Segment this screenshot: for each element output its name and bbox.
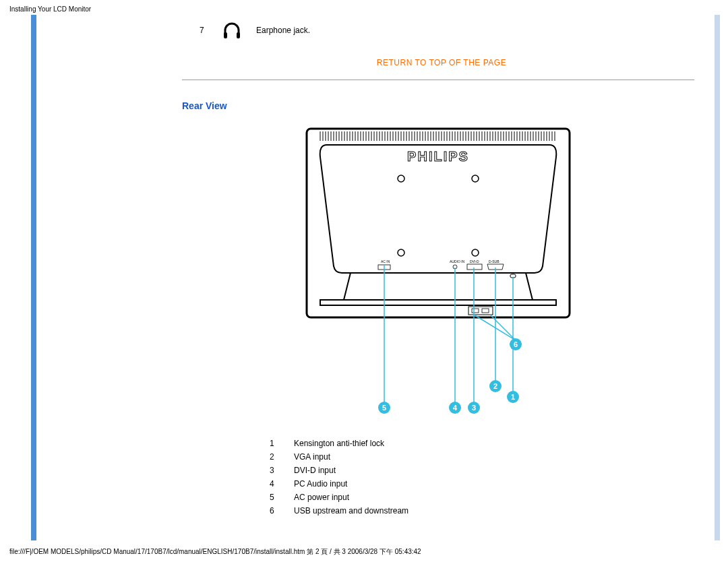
list-item: 2VGA input: [270, 450, 701, 464]
svg-rect-0: [224, 32, 227, 38]
list-item-label: AC power input: [294, 491, 349, 504]
svg-text:5: 5: [382, 404, 386, 412]
svg-text:DVI-D: DVI-D: [470, 259, 479, 263]
svg-point-94: [398, 249, 404, 256]
list-item-number: 2: [270, 450, 278, 464]
section-heading-rear-view: Rear View: [182, 100, 701, 111]
list-item: 4PC Audio input: [270, 477, 701, 491]
list-item-number: 3: [270, 464, 278, 477]
front-item-number: 7: [200, 26, 208, 35]
svg-point-92: [398, 175, 404, 182]
svg-rect-99: [482, 309, 489, 313]
list-item-label: VGA input: [294, 450, 330, 464]
front-item-label: Earphone jack.: [256, 26, 310, 35]
front-item-row: 7 Earphone jack.: [200, 22, 701, 39]
svg-text:6: 6: [514, 340, 518, 348]
svg-rect-107: [467, 264, 482, 270]
page-header: Installing Your LCD Monitor: [9, 5, 91, 13]
svg-rect-98: [472, 309, 479, 313]
svg-rect-96: [320, 300, 556, 305]
svg-point-93: [472, 175, 479, 182]
list-item-label: USB upstream and downstream: [294, 504, 408, 518]
svg-text:D-SUB: D-SUB: [489, 259, 499, 263]
list-item-number: 4: [270, 477, 278, 491]
list-item: 3DVI-D input: [270, 464, 701, 477]
svg-text:PHILIPS: PHILIPS: [407, 149, 469, 164]
svg-text:3: 3: [472, 404, 476, 412]
left-decor-stripe: [31, 15, 36, 540]
list-item-label: PC Audio input: [294, 477, 347, 491]
list-item-number: 1: [270, 437, 278, 450]
list-item: 5AC power input: [270, 491, 701, 504]
content: 7 Earphone jack. RETURN TO TOP OF THE PA…: [182, 15, 701, 518]
list-item-number: 6: [270, 504, 278, 518]
svg-rect-1: [237, 32, 240, 38]
svg-text:AC IN: AC IN: [381, 259, 390, 263]
list-item-label: DVI-D input: [294, 464, 336, 477]
list-item-number: 5: [270, 491, 278, 504]
rear-view-list: 1Kensington anti-thief lock 2VGA input 3…: [270, 437, 701, 518]
divider: [182, 80, 694, 80]
list-item-label: Kensington anti-thief lock: [294, 437, 384, 450]
return-to-top: RETURN TO TOP OF THE PAGE: [182, 58, 701, 67]
headphone-icon: [222, 22, 241, 39]
return-to-top-link[interactable]: RETURN TO TOP OF THE PAGE: [377, 58, 506, 67]
rear-view-diagram: PHILIPS AC IN AUDIO IN DVI-D D-SUB: [182, 125, 694, 423]
svg-text:1: 1: [511, 393, 515, 401]
list-item: 1Kensington anti-thief lock: [270, 437, 701, 450]
svg-text:2: 2: [493, 382, 497, 390]
svg-rect-97: [468, 307, 493, 315]
svg-text:4: 4: [453, 404, 458, 412]
footer-path: file:///F|/OEM MODELS/philips/CD Manual/…: [9, 547, 421, 557]
list-item: 6USB upstream and downstream: [270, 504, 701, 518]
svg-text:AUDIO IN: AUDIO IN: [450, 259, 465, 263]
svg-rect-104: [510, 274, 516, 278]
right-decor-stripe: [715, 15, 720, 540]
svg-point-95: [472, 249, 479, 256]
